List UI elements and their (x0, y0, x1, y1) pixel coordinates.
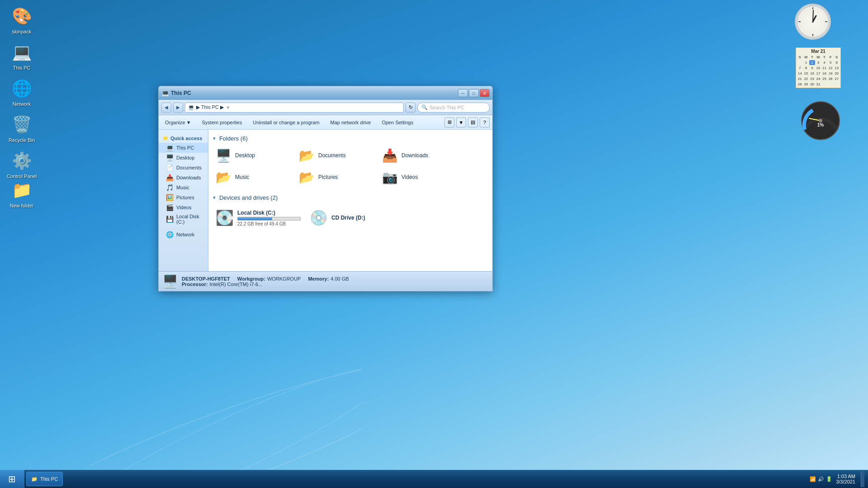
sidebar-item-downloads[interactable]: 📥 Downloads (159, 173, 208, 183)
folder-downloads[interactable]: 📥 Downloads (378, 145, 460, 165)
svg-point-9 (812, 21, 814, 23)
help-button[interactable]: ? (480, 117, 490, 127)
refresh-button[interactable]: ↻ (406, 103, 415, 113)
folder-pictures-icon: 📂 (299, 170, 315, 185)
folders-section-title: Folders (6) (219, 135, 248, 142)
sidebar-quick-access-header[interactable]: ⭐ Quick access (159, 133, 208, 143)
calendar-widget: Mar 21 S M T W T F S 1 2 3 4 5 6 7 8 9 1… (796, 47, 841, 88)
pc-name: DESKTOP-HGF8TET (182, 276, 230, 282)
folder-downloads-name: Downloads (401, 152, 428, 159)
taskbar-time: 1:03 AM (836, 474, 855, 479)
processor-label: Processor: (182, 282, 208, 287)
local-disk-c-icon: 💽 (216, 209, 234, 226)
desktop-icon-new-folder[interactable]: 📁 New folder (4, 178, 40, 210)
sidebar-item-videos[interactable]: 🎬 Videos (159, 202, 208, 212)
sidebar-item-network[interactable]: 🌐 Network (159, 230, 208, 239)
memory-label: Memory: (308, 276, 329, 282)
drive-cd-d[interactable]: 💿 CD Drive (D:) (306, 205, 396, 231)
address-bar[interactable]: 💻 ▶ This PC ▶ ▼ (185, 103, 404, 113)
close-button[interactable]: ✕ (480, 89, 490, 97)
svg-text:1%: 1% (817, 122, 824, 127)
taskbar-explorer-item[interactable]: 📁 This PC (26, 472, 63, 486)
drives-section-header[interactable]: ▼ Devices and drives (2) (212, 192, 489, 205)
network-icon: 🌐 (166, 231, 174, 238)
taskbar-items: 📁 This PC (24, 472, 806, 486)
sidebar-item-local-disk[interactable]: 💾 Local Disk (C:) (159, 212, 208, 226)
folder-music-name: Music (235, 174, 249, 180)
sidebar: ⭐ Quick access 💻 This PC 🖥️ Desktop 📄 Do… (159, 130, 208, 271)
sidebar-item-documents[interactable]: 📄 Documents (159, 163, 208, 173)
minimize-button[interactable]: ─ (458, 89, 468, 97)
search-placeholder: Search This PC (429, 105, 464, 110)
local-disk-icon: 💾 (166, 216, 174, 223)
folders-section-header[interactable]: ▼ Folders (6) (212, 133, 489, 145)
folders-collapse-arrow: ▼ (212, 136, 217, 141)
status-pc-icon: 🖥️ (162, 274, 178, 289)
local-disk-c-bar (238, 217, 272, 220)
sidebar-item-this-pc[interactable]: 💻 This PC (159, 143, 208, 153)
taskbar-explorer-label: This PC (40, 476, 58, 482)
taskbar-explorer-icon: 📁 (31, 476, 38, 482)
pictures-icon: 🖼️ (166, 194, 174, 201)
desktop-icon-recycle-bin[interactable]: 🗑️ Recycle Bin (4, 112, 40, 145)
taskbar: ⊞ 📁 This PC 📶 🔊 🔋 1:03 AM 3/3/2021 (0, 470, 868, 488)
local-disk-c-space: 22.2 GB free of 49.4 GB (237, 221, 301, 226)
view-toggle-button[interactable]: ⊞ (444, 117, 454, 127)
forward-button[interactable]: ▶ (173, 103, 183, 113)
desktop-icon-this-pc[interactable]: 💻 This PC (4, 40, 40, 72)
folder-videos[interactable]: 📷 Videos (378, 167, 460, 187)
map-network-drive-button[interactable]: Map network drive (327, 117, 375, 128)
organize-button[interactable]: Organize ▼ (161, 117, 195, 128)
drive-local-disk-c[interactable]: 💽 Local Disk (C:) 22.2 GB free of 49.4 G… (212, 205, 302, 231)
folder-desktop[interactable]: 🖥️ Desktop (212, 145, 293, 165)
start-button[interactable]: ⊞ (0, 470, 24, 488)
tray-battery-icon: 🔋 (826, 476, 832, 482)
view-dropdown-button[interactable]: ▼ (456, 117, 466, 127)
open-settings-button[interactable]: Open Settings (378, 117, 417, 128)
organize-dropdown-icon: ▼ (186, 120, 191, 125)
folder-documents[interactable]: 📂 Documents (295, 145, 377, 165)
preview-pane-button[interactable]: ▤ (468, 117, 478, 127)
maximize-button[interactable]: □ (469, 89, 479, 97)
content-area: ⭐ Quick access 💻 This PC 🖥️ Desktop 📄 Do… (159, 130, 492, 271)
search-icon: 🔍 (421, 104, 428, 110)
svg-point-0 (90, 336, 362, 470)
desktop-icon: 🖥️ (166, 154, 174, 161)
speedometer-widget: 1% (800, 100, 841, 141)
folder-desktop-icon: 🖥️ (216, 148, 231, 163)
tray-volume-icon: 🔊 (818, 476, 824, 482)
show-desktop-button[interactable] (861, 471, 864, 487)
desktop-icon-control-panel[interactable]: ⚙️ Control Panel (4, 148, 40, 181)
cd-drive-d-icon: 💿 (310, 209, 328, 226)
system-properties-button[interactable]: System properties (198, 117, 246, 128)
folders-grid: 🖥️ Desktop 📂 Documents 📥 Downloads 📂 Mus… (212, 145, 489, 187)
taskbar-date: 3/3/2021 (836, 479, 855, 484)
sidebar-item-pictures[interactable]: 🖼️ Pictures (159, 192, 208, 202)
taskbar-clock[interactable]: 1:03 AM 3/3/2021 (836, 474, 855, 484)
tray-network-icon: 📶 (810, 476, 816, 482)
sidebar-item-desktop[interactable]: 🖥️ Desktop (159, 153, 208, 163)
memory-value: 4.00 GB (330, 276, 349, 282)
folder-music[interactable]: 📂 Music (212, 167, 293, 187)
drives-grid: 💽 Local Disk (C:) 22.2 GB free of 49.4 G… (212, 205, 489, 231)
explorer-window: 💻 This PC ─ □ ✕ ◀ ▶ 💻 ▶ This PC ▶ ▼ ↻ 🔍 … (158, 86, 493, 291)
windows-icon: ⊞ (8, 474, 16, 484)
folder-videos-icon: 📷 (382, 170, 398, 185)
videos-icon: 🎬 (166, 204, 174, 211)
star-icon: ⭐ (162, 135, 169, 141)
folder-downloads-icon: 📥 (382, 148, 398, 163)
window-icon: 💻 (161, 89, 169, 97)
address-icon: 💻 (188, 104, 194, 110)
folder-pictures[interactable]: 📂 Pictures (295, 167, 377, 187)
desktop-icon-network[interactable]: 🌐 Network (4, 76, 40, 108)
sidebar-item-music[interactable]: 🎵 Music (159, 183, 208, 192)
taskbar-tray: 📶 🔊 🔋 1:03 AM 3/3/2021 (806, 471, 868, 487)
clock-widget (795, 4, 835, 44)
back-button[interactable]: ◀ (161, 103, 171, 113)
search-bar[interactable]: 🔍 Search This PC (417, 103, 490, 113)
uninstall-program-button[interactable]: Uninstall or change a program (249, 117, 323, 128)
svg-point-1 (90, 347, 362, 470)
svg-point-13 (819, 119, 822, 122)
desktop-icon-skinpack[interactable]: 🎨 skinpack (4, 4, 40, 36)
computer-icon: 💻 (166, 144, 174, 151)
